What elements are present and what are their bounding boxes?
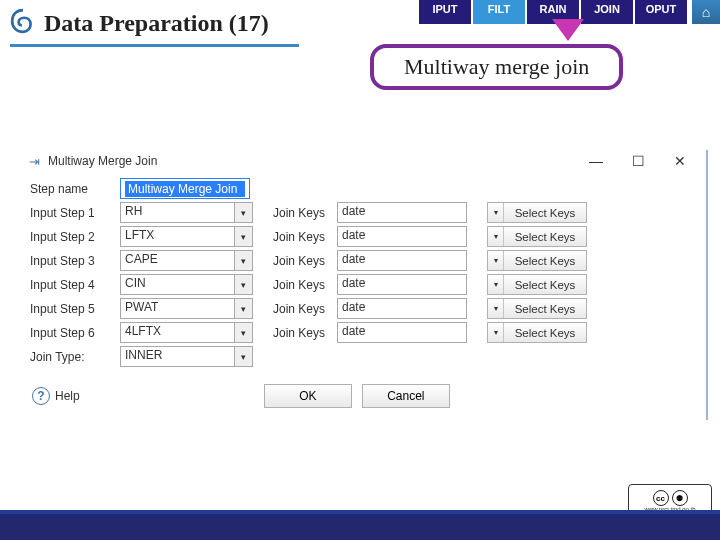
select-keys-button[interactable]: ▾Select Keys xyxy=(487,274,587,295)
input-step-select[interactable]: RH xyxy=(120,202,235,223)
input-label: Input Step 2 xyxy=(30,230,120,244)
footer-bar xyxy=(0,510,720,540)
home-icon: ⌂ xyxy=(702,4,710,20)
chevron-down-icon[interactable]: ▾ xyxy=(235,346,253,367)
chevron-down-icon[interactable]: ▾ xyxy=(235,226,253,247)
step-name-label: Step name xyxy=(30,182,120,196)
cancel-button[interactable]: Cancel xyxy=(362,384,450,408)
join-key-field[interactable]: date xyxy=(337,226,467,247)
dialog-footer: ? Help OK Cancel xyxy=(20,374,706,420)
join-keys-label: Join Keys xyxy=(273,254,337,268)
select-keys-button[interactable]: ▾Select Keys xyxy=(487,298,587,319)
join-type-select[interactable]: INNER xyxy=(120,346,235,367)
by-icon: ⚉ xyxy=(672,490,688,506)
input-label: Input Step 3 xyxy=(30,254,120,268)
chevron-down-icon: ▾ xyxy=(488,251,504,270)
home-button[interactable]: ⌂ xyxy=(692,0,720,24)
step-name-row: Step name Multiway Merge Join xyxy=(30,178,696,199)
chevron-down-icon: ▾ xyxy=(488,275,504,294)
join-key-field[interactable]: date xyxy=(337,202,467,223)
tab-oput[interactable]: OPUT xyxy=(635,0,687,24)
pointer-arrow-icon xyxy=(552,19,584,41)
input-label: Input Step 5 xyxy=(30,302,120,316)
input-label: Input Step 1 xyxy=(30,206,120,220)
tab-iput[interactable]: IPUT xyxy=(419,0,471,24)
swirl-icon xyxy=(10,8,36,38)
input-step-select[interactable]: 4LFTX xyxy=(120,322,235,343)
input-row-1: Input Step 1 RH▾ Join Keys date ▾Select … xyxy=(30,202,696,223)
select-keys-button[interactable]: ▾Select Keys xyxy=(487,250,587,271)
ok-button[interactable]: OK xyxy=(264,384,352,408)
join-key-field[interactable]: date xyxy=(337,250,467,271)
help-icon: ? xyxy=(32,387,50,405)
join-type-label: Join Type: xyxy=(30,350,120,364)
join-key-field[interactable]: date xyxy=(337,274,467,295)
tab-join[interactable]: JOIN xyxy=(581,0,633,24)
select-keys-button[interactable]: ▾Select Keys xyxy=(487,322,587,343)
select-keys-button[interactable]: ▾Select Keys xyxy=(487,226,587,247)
chevron-down-icon[interactable]: ▾ xyxy=(235,250,253,271)
input-label: Input Step 6 xyxy=(30,326,120,340)
chevron-down-icon[interactable]: ▾ xyxy=(235,322,253,343)
cc-icon: cc xyxy=(653,490,669,506)
select-keys-button[interactable]: ▾Select Keys xyxy=(487,202,587,223)
chevron-down-icon[interactable]: ▾ xyxy=(235,202,253,223)
chevron-down-icon: ▾ xyxy=(488,203,504,222)
dialog-title: Multiway Merge Join xyxy=(48,154,157,168)
chevron-down-icon: ▾ xyxy=(488,323,504,342)
tab-filt[interactable]: FILT xyxy=(473,0,525,24)
join-keys-label: Join Keys xyxy=(273,302,337,316)
join-keys-label: Join Keys xyxy=(273,206,337,220)
join-key-field[interactable]: date xyxy=(337,322,467,343)
merge-join-dialog: ⇥ Multiway Merge Join — ☐ ✕ Step name Mu… xyxy=(20,150,708,420)
step-name-input[interactable]: Multiway Merge Join xyxy=(120,178,250,199)
input-label: Input Step 4 xyxy=(30,278,120,292)
input-step-select[interactable]: CAPE xyxy=(120,250,235,271)
input-step-select[interactable]: LFTX xyxy=(120,226,235,247)
input-row-4: Input Step 4 CIN▾ Join Keys date ▾Select… xyxy=(30,274,696,295)
callout-box: Multiway merge join xyxy=(370,44,623,90)
merge-icon: ⇥ xyxy=(26,153,42,169)
join-keys-label: Join Keys xyxy=(273,230,337,244)
input-step-select[interactable]: CIN xyxy=(120,274,235,295)
join-keys-label: Join Keys xyxy=(273,278,337,292)
input-row-5: Input Step 5 PWAT▾ Join Keys date ▾Selec… xyxy=(30,298,696,319)
input-row-3: Input Step 3 CAPE▾ Join Keys date ▾Selec… xyxy=(30,250,696,271)
page-header: Data Preparation (17) xyxy=(10,8,299,47)
chevron-down-icon[interactable]: ▾ xyxy=(235,298,253,319)
callout-text: Multiway merge join xyxy=(404,54,589,79)
help-button[interactable]: ? Help xyxy=(32,387,80,405)
dialog-titlebar: ⇥ Multiway Merge Join — ☐ ✕ xyxy=(20,150,706,172)
join-key-field[interactable]: date xyxy=(337,298,467,319)
close-button[interactable]: ✕ xyxy=(672,153,688,169)
input-row-6: Input Step 6 4LFTX▾ Join Keys date ▾Sele… xyxy=(30,322,696,343)
page-title: Data Preparation (17) xyxy=(44,10,269,37)
dialog-body: Step name Multiway Merge Join Input Step… xyxy=(20,172,706,374)
join-keys-label: Join Keys xyxy=(273,326,337,340)
maximize-button[interactable]: ☐ xyxy=(630,153,646,169)
chevron-down-icon: ▾ xyxy=(488,299,504,318)
chevron-down-icon: ▾ xyxy=(488,227,504,246)
chevron-down-icon[interactable]: ▾ xyxy=(235,274,253,295)
input-step-select[interactable]: PWAT xyxy=(120,298,235,319)
join-type-row: Join Type: INNER▾ xyxy=(30,346,696,367)
minimize-button[interactable]: — xyxy=(588,153,604,169)
input-row-2: Input Step 2 LFTX▾ Join Keys date ▾Selec… xyxy=(30,226,696,247)
